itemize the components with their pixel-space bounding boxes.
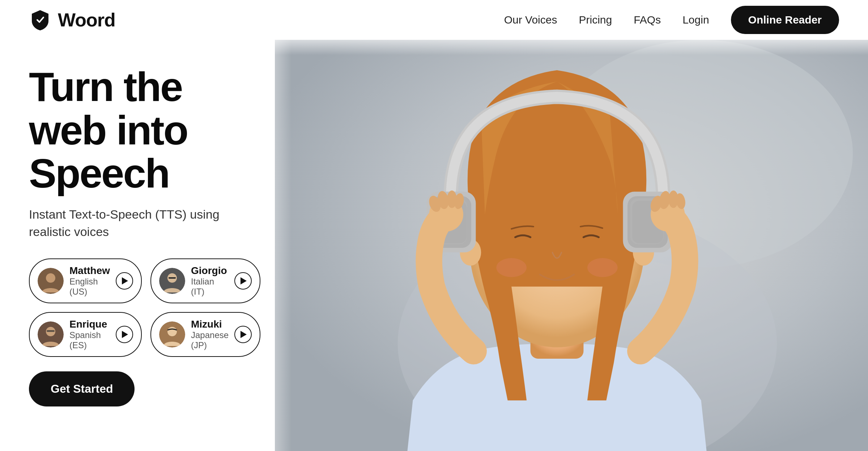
- voice-name-giorgio: Giorgio: [191, 265, 229, 277]
- navbar: Woord Our Voices Pricing FAQs Login Onli…: [0, 0, 868, 40]
- get-started-button[interactable]: Get Started: [29, 371, 135, 406]
- play-icon-mizuki: [241, 331, 247, 338]
- voice-card-mizuki[interactable]: Mizuki Japanese (JP): [150, 312, 260, 357]
- online-reader-button[interactable]: Online Reader: [731, 6, 839, 34]
- voice-name-enrique: Enrique: [69, 319, 110, 330]
- svg-point-12: [167, 327, 177, 336]
- voice-lang-mizuki: Japanese (JP): [191, 330, 229, 350]
- avatar-mizuki: [159, 321, 185, 347]
- svg-rect-2: [43, 279, 45, 284]
- voice-info-matthew: Matthew English (US): [69, 265, 110, 297]
- main-content: Turn the web into Speech Instant Text-to…: [0, 40, 868, 451]
- voice-name-matthew: Matthew: [69, 265, 110, 277]
- avatar-enrique: [38, 321, 64, 347]
- nav-our-voices[interactable]: Our Voices: [504, 14, 557, 26]
- play-button-mizuki[interactable]: [234, 326, 252, 343]
- play-icon-enrique: [122, 331, 128, 338]
- voice-lang-giorgio: Italian (IT): [191, 277, 229, 297]
- nav-links: Our Voices Pricing FAQs Login Online Rea…: [504, 6, 839, 34]
- hero-illustration: [275, 40, 868, 451]
- play-button-enrique[interactable]: [116, 326, 133, 343]
- avatar-matthew: [38, 268, 64, 294]
- nav-pricing[interactable]: Pricing: [579, 14, 612, 26]
- hero-title: Turn the web into Speech: [29, 65, 246, 195]
- play-button-giorgio[interactable]: [234, 272, 252, 290]
- svg-point-21: [496, 258, 527, 277]
- voice-info-mizuki: Mizuki Japanese (JP): [191, 319, 229, 350]
- voice-card-matthew[interactable]: Matthew English (US): [29, 258, 142, 303]
- svg-rect-42: [275, 40, 868, 116]
- voice-name-mizuki: Mizuki: [191, 319, 229, 330]
- svg-rect-7: [169, 277, 176, 278]
- nav-faqs[interactable]: FAQs: [634, 14, 661, 26]
- voice-info-giorgio: Giorgio Italian (IT): [191, 265, 229, 297]
- voice-lang-matthew: English (US): [69, 277, 110, 297]
- svg-rect-3: [56, 279, 59, 284]
- woord-logo-icon: [29, 9, 51, 31]
- logo[interactable]: Woord: [29, 9, 115, 31]
- play-button-matthew[interactable]: [116, 272, 133, 290]
- voice-card-enrique[interactable]: Enrique Spanish (ES): [29, 312, 142, 357]
- svg-point-1: [46, 273, 55, 283]
- svg-point-22: [587, 258, 618, 277]
- nav-login[interactable]: Login: [682, 14, 709, 26]
- voice-card-giorgio[interactable]: Giorgio Italian (IT): [150, 258, 260, 303]
- play-icon-giorgio: [241, 277, 247, 284]
- voice-lang-enrique: Spanish (ES): [69, 330, 110, 350]
- hero-image-container: [275, 40, 868, 451]
- svg-rect-10: [47, 330, 55, 332]
- left-panel: Turn the web into Speech Instant Text-to…: [0, 40, 275, 451]
- play-icon-matthew: [122, 277, 128, 284]
- hero-subtitle: Instant Text-to-Speech (TTS) using reali…: [29, 206, 246, 240]
- avatar-giorgio: [159, 268, 185, 294]
- brand-name: Woord: [58, 9, 115, 31]
- right-panel: [275, 40, 868, 451]
- voice-info-enrique: Enrique Spanish (ES): [69, 319, 110, 350]
- voice-cards-grid: Matthew English (US): [29, 258, 246, 357]
